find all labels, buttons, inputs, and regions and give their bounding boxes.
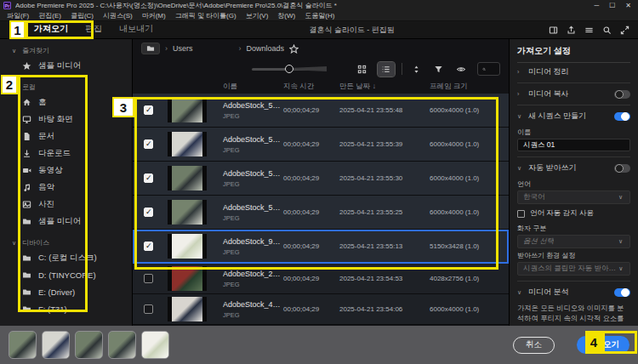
file-duration: 00;00;04;29: [283, 242, 339, 250]
tab-export[interactable]: 내보내기: [117, 20, 155, 39]
preview-toggle-button[interactable]: [453, 62, 469, 77]
row-checkbox[interactable]: [144, 208, 153, 217]
slider-knob[interactable]: [285, 65, 293, 73]
folder-icon: [22, 270, 31, 280]
sidebar-item-drive-f[interactable]: F: (T31): [12, 300, 132, 317]
sidebar-item-sample-media[interactable]: 샘플 미디어: [12, 213, 132, 230]
menu-help[interactable]: 도움말(H): [305, 11, 334, 20]
column-created[interactable]: 만든 날짜 ↓: [339, 82, 430, 92]
auto-detect-checkbox[interactable]: [517, 210, 525, 218]
sidebar-item-music[interactable]: 음악: [12, 179, 132, 196]
file-type: JPEG: [223, 112, 283, 120]
menu-file[interactable]: 파일(F): [7, 11, 29, 20]
column-duration[interactable]: 지속 시간: [283, 82, 339, 92]
sidebar-item-drive-d[interactable]: D: (TINYCORE): [12, 266, 132, 283]
share-icon[interactable]: [567, 26, 576, 35]
breadcrumb-users[interactable]: Users: [173, 44, 193, 53]
menu-marker[interactable]: 마커(M): [142, 11, 166, 20]
folder-icon: [22, 287, 31, 297]
import-button[interactable]: 가져오기: [577, 336, 629, 354]
thumbnail-size-slider[interactable]: [252, 65, 327, 73]
sequence-name-label: 이름: [517, 128, 630, 137]
table-row[interactable]: AdobeStock_573099298JPEG 00;00;04;29 202…: [133, 162, 509, 196]
menu-clip[interactable]: 클립(C): [71, 11, 94, 20]
auto-detect-language-option[interactable]: 언어 자동 감지 사용: [517, 206, 630, 221]
sidebar-section-devices[interactable]: ∨ 디바이스: [12, 236, 132, 249]
menu-sequence[interactable]: 시퀀스(S): [103, 11, 133, 20]
menu-view[interactable]: 보기(V): [246, 11, 269, 20]
section-auto-transcribe[interactable]: ∨ 자동 받아쓰기: [517, 159, 630, 177]
table-row[interactable]: AdobeStock_498465307JPEG 00;00;04;29 202…: [133, 294, 509, 325]
media-copy-toggle[interactable]: [614, 90, 630, 99]
sort-button[interactable]: [409, 62, 424, 77]
row-checkbox[interactable]: [144, 304, 153, 314]
search-input[interactable]: [489, 65, 495, 73]
table-row[interactable]: AdobeStock_297146000JPEG 00;00;04;29 202…: [133, 264, 509, 294]
table-row[interactable]: AdobeStock_573099177JPEG 00;00;04;29 202…: [133, 128, 509, 162]
auto-transcribe-toggle[interactable]: [614, 164, 630, 173]
breadcrumb-folder-button[interactable]: [141, 43, 160, 54]
media-browser: › Users › Downloads: [132, 39, 509, 326]
menu-window[interactable]: 창(W): [277, 11, 295, 20]
row-checkbox[interactable]: [144, 274, 153, 283]
sidebar-item-desktop[interactable]: 바탕 화면: [12, 111, 132, 128]
sidebar-item-home[interactable]: 홈: [12, 94, 132, 111]
grid-view-button[interactable]: [354, 62, 371, 77]
search-box[interactable]: [477, 62, 501, 76]
row-checkbox[interactable]: [144, 173, 153, 183]
speaker-select[interactable]: 옵션 선택 ∨: [517, 235, 630, 248]
section-media-organize[interactable]: › 미디어 정리: [517, 63, 630, 81]
row-checkbox[interactable]: [144, 139, 153, 149]
selected-thumbnail[interactable]: [42, 331, 70, 359]
close-button[interactable]: ✕: [625, 2, 631, 9]
column-name[interactable]: 이름: [211, 82, 283, 92]
selected-thumbnail[interactable]: [75, 331, 103, 359]
tab-import[interactable]: 가져오기: [32, 20, 70, 39]
sidebar-item-sample-media-favorite[interactable]: 샘플 미디어: [12, 57, 132, 74]
workspace-icon[interactable]: [549, 26, 558, 35]
sidebar-section-local[interactable]: ∨ 로컬: [12, 81, 132, 94]
search-icon[interactable]: [602, 26, 612, 35]
maximize-button[interactable]: ☐: [609, 2, 615, 9]
sidebar-item-videos[interactable]: 동영상: [12, 162, 132, 179]
table-row-selected[interactable]: AdobeStock_90100485JPEG 00;00;04;29 2025…: [133, 230, 509, 264]
stack-icon[interactable]: [584, 26, 594, 35]
language-select[interactable]: 한국어 ∨: [517, 191, 630, 204]
tab-edit[interactable]: 편집: [83, 20, 104, 39]
fullscreen-icon[interactable]: [620, 26, 629, 35]
sidebar-item-drive-e[interactable]: E: (Driver): [12, 283, 132, 300]
favorite-star-icon[interactable]: [289, 44, 299, 54]
sidebar-item-downloads[interactable]: 다운로드: [12, 145, 132, 162]
menu-edit[interactable]: 편집(E): [38, 11, 61, 20]
table-row[interactable]: AdobeStock_573099219JPEG 00;00;04;29 202…: [133, 94, 509, 128]
sidebar-item-drive-c[interactable]: C: (로컬 디스크): [12, 249, 132, 266]
minimize-button[interactable]: ─: [594, 2, 599, 9]
table-row[interactable]: AdobeStock_573099274JPEG 00;00;04;29 202…: [133, 196, 509, 230]
list-view-button[interactable]: [378, 62, 395, 77]
filter-button[interactable]: [431, 62, 447, 77]
media-analysis-toggle[interactable]: [614, 288, 630, 297]
document-title: 결혼식 슬라이드 - 편집됨: [155, 25, 549, 36]
breadcrumb-downloads[interactable]: Downloads: [247, 44, 285, 53]
new-sequence-toggle[interactable]: [614, 112, 630, 121]
section-media-copy[interactable]: › 미디어 복사: [517, 85, 630, 103]
row-checkbox[interactable]: [144, 242, 153, 251]
menu-graphics[interactable]: 그래픽 및 타이틀(G): [175, 11, 236, 20]
section-media-analysis[interactable]: ∨ 미디어 분석: [517, 283, 630, 301]
sequence-name-input[interactable]: 시퀀스 01: [517, 139, 630, 151]
section-new-sequence[interactable]: ∨ 새 시퀀스 만들기: [517, 107, 630, 125]
sidebar-section-favorites[interactable]: ∨ 즐겨찾기: [12, 44, 132, 57]
chevron-down-icon: ∨: [618, 194, 624, 201]
column-frame-size[interactable]: 프레임 크기: [430, 82, 509, 92]
chevron-down-icon: ∨: [517, 113, 523, 120]
selected-thumbnail[interactable]: [141, 331, 169, 359]
sidebar-item-documents[interactable]: 문서: [12, 128, 132, 145]
folder-icon: [22, 304, 31, 314]
selected-thumbnail[interactable]: [108, 331, 136, 359]
file-name: AdobeStock_498465307: [223, 300, 283, 309]
row-checkbox[interactable]: [144, 105, 153, 115]
cancel-button[interactable]: 취소: [513, 337, 555, 354]
sidebar-item-pictures[interactable]: 사진: [12, 196, 132, 213]
selected-thumbnail[interactable]: [9, 331, 37, 359]
transcribe-pref-select[interactable]: 시퀀스의 클립만 자동 받아쓰기 ∨: [517, 262, 630, 276]
